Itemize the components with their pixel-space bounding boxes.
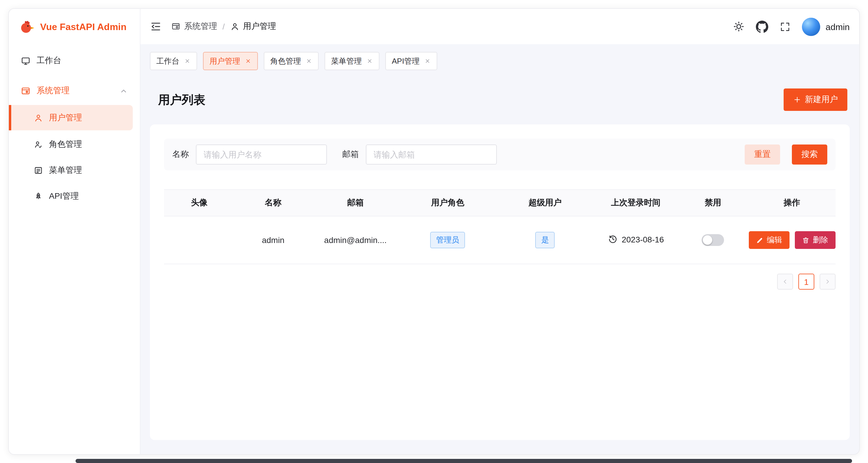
github-icon bbox=[756, 20, 768, 33]
fullscreen-button[interactable] bbox=[779, 21, 791, 32]
column-header-email: 邮箱 bbox=[312, 190, 399, 216]
close-icon[interactable] bbox=[366, 58, 373, 64]
breadcrumb: 系统管理 / 用户管理 bbox=[171, 21, 276, 32]
close-icon[interactable] bbox=[306, 58, 312, 64]
breadcrumb-item-system[interactable]: 系统管理 bbox=[171, 21, 217, 32]
search-label: 搜索 bbox=[801, 149, 818, 160]
tab-label: 菜单管理 bbox=[331, 56, 362, 66]
plus-icon bbox=[793, 96, 801, 104]
tab-api[interactable]: API管理 bbox=[385, 52, 437, 70]
users-table: 头像 名称 邮箱 用户角色 超级用户 上次登录时间 禁用 操作 bbox=[164, 189, 836, 264]
page-content: 用户列表 新建用户 名称 邮箱 重置 bbox=[141, 70, 859, 454]
sidebar: Vue FastAPI Admin 工作台 系统管理 bbox=[9, 9, 141, 454]
sidebar-item-roles[interactable]: 角色管理 bbox=[15, 133, 134, 156]
sidebar-item-workbench[interactable]: 工作台 bbox=[15, 49, 134, 72]
tab-menus[interactable]: 菜单管理 bbox=[324, 52, 379, 70]
sun-icon bbox=[733, 21, 745, 32]
top-header: 系统管理 / 用户管理 bbox=[141, 9, 859, 44]
cell-email: admin@admin.... bbox=[312, 216, 399, 264]
pencil-icon bbox=[755, 236, 763, 244]
page-title: 用户列表 bbox=[158, 92, 205, 108]
breadcrumb-item-users[interactable]: 用户管理 bbox=[230, 21, 276, 32]
app-logo[interactable]: Vue FastAPI Admin bbox=[9, 9, 140, 45]
email-input[interactable] bbox=[366, 144, 497, 165]
column-header-actions: 操作 bbox=[748, 190, 836, 216]
horizontal-scrollbar[interactable] bbox=[75, 459, 852, 463]
delete-label: 删除 bbox=[813, 235, 828, 245]
create-user-button[interactable]: 新建用户 bbox=[784, 89, 847, 111]
row-actions: 编辑 删除 bbox=[749, 231, 835, 249]
reset-button[interactable]: 重置 bbox=[745, 144, 780, 165]
username: admin bbox=[826, 22, 850, 32]
close-icon[interactable] bbox=[245, 58, 251, 64]
edit-button[interactable]: 编辑 bbox=[748, 231, 789, 249]
name-label: 名称 bbox=[172, 149, 189, 160]
menu-label: 系统管理 bbox=[37, 86, 70, 96]
edit-label: 编辑 bbox=[767, 235, 782, 245]
viewport: Vue FastAPI Admin 工作台 系统管理 bbox=[0, 0, 868, 463]
close-icon[interactable] bbox=[424, 58, 431, 64]
history-clock-icon bbox=[608, 234, 618, 244]
chevron-up-icon bbox=[119, 87, 128, 95]
collapse-sidebar-button[interactable] bbox=[150, 21, 162, 32]
menu-label: 用户管理 bbox=[49, 112, 82, 123]
menu-label: 菜单管理 bbox=[49, 165, 82, 176]
query-bar: 名称 邮箱 重置 搜索 bbox=[164, 139, 836, 170]
close-icon[interactable] bbox=[184, 58, 191, 64]
toggle-knob bbox=[703, 235, 713, 245]
chevron-right-icon bbox=[824, 278, 831, 286]
content-card: 名称 邮箱 重置 搜索 bbox=[150, 125, 850, 440]
column-header-role: 用户角色 bbox=[399, 190, 497, 216]
create-user-label: 新建用户 bbox=[805, 94, 838, 105]
tab-label: 工作台 bbox=[156, 56, 179, 66]
menu-label: API管理 bbox=[49, 191, 79, 202]
tab-label: API管理 bbox=[392, 56, 420, 66]
prev-page-button[interactable] bbox=[777, 274, 793, 290]
window-gear-icon bbox=[171, 22, 181, 31]
app-window: Vue FastAPI Admin 工作台 系统管理 bbox=[8, 8, 860, 455]
column-header-disabled: 禁用 bbox=[678, 190, 748, 216]
reset-label: 重置 bbox=[754, 149, 771, 160]
delete-button[interactable]: 删除 bbox=[795, 231, 835, 249]
app-title: Vue FastAPI Admin bbox=[40, 22, 127, 32]
sidebar-item-api[interactable]: API管理 bbox=[15, 185, 134, 208]
theme-toggle-button[interactable] bbox=[733, 21, 745, 32]
page-1-button[interactable]: 1 bbox=[798, 274, 814, 290]
sidebar-item-menus[interactable]: 菜单管理 bbox=[15, 159, 134, 182]
expand-icon bbox=[779, 21, 791, 32]
rocket-icon bbox=[34, 192, 43, 201]
monitor-icon bbox=[21, 56, 31, 66]
pagination: 1 bbox=[164, 274, 836, 290]
disable-toggle[interactable] bbox=[702, 234, 724, 246]
sidebar-item-users[interactable]: 用户管理 bbox=[9, 105, 133, 130]
search-button[interactable]: 搜索 bbox=[792, 144, 827, 165]
tab-roles[interactable]: 角色管理 bbox=[264, 52, 319, 70]
user-menu[interactable]: admin bbox=[802, 18, 850, 36]
tab-users[interactable]: 用户管理 bbox=[203, 52, 258, 70]
chevron-left-icon bbox=[781, 278, 789, 286]
next-page-button[interactable] bbox=[819, 274, 836, 290]
tabs-bar: 工作台 用户管理 角色管理 菜单管理 API管理 bbox=[141, 44, 859, 70]
role-tag: 管理员 bbox=[430, 232, 465, 248]
user-avatar[interactable] bbox=[802, 18, 820, 36]
tab-label: 用户管理 bbox=[210, 56, 240, 66]
breadcrumb-separator: / bbox=[222, 22, 225, 31]
sidebar-item-system[interactable]: 系统管理 bbox=[15, 79, 134, 103]
page-header: 用户列表 新建用户 bbox=[150, 75, 850, 125]
window-gear-icon bbox=[21, 86, 31, 96]
cell-name: admin bbox=[235, 216, 312, 264]
email-label: 邮箱 bbox=[342, 149, 359, 160]
user-icon bbox=[230, 22, 240, 31]
menu-label: 角色管理 bbox=[49, 139, 82, 150]
rooster-logo-icon bbox=[18, 19, 35, 35]
tab-workbench[interactable]: 工作台 bbox=[150, 52, 197, 70]
header-actions: admin bbox=[733, 18, 850, 36]
menu-label: 工作台 bbox=[37, 56, 61, 66]
menu-fold-icon bbox=[150, 21, 162, 32]
superuser-tag: 是 bbox=[535, 232, 555, 248]
sidebar-menu: 工作台 系统管理 用户管理 bbox=[9, 45, 140, 212]
name-input[interactable] bbox=[196, 144, 327, 165]
github-link[interactable] bbox=[756, 20, 768, 33]
table-header-row: 头像 名称 邮箱 用户角色 超级用户 上次登录时间 禁用 操作 bbox=[164, 190, 836, 216]
tab-label: 角色管理 bbox=[270, 56, 301, 66]
